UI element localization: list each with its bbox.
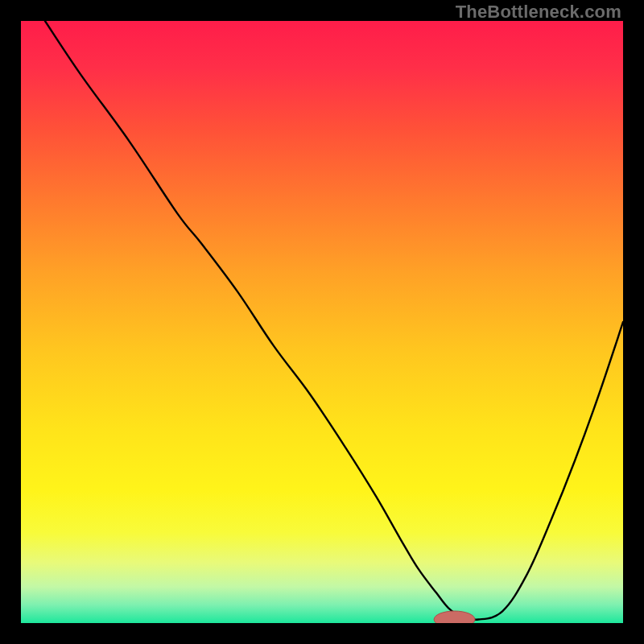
watermark-text: TheBottleneck.com: [456, 2, 621, 23]
bottleneck-chart: [21, 21, 623, 623]
chart-frame: TheBottleneck.com: [0, 0, 644, 644]
plot-area: [21, 21, 623, 623]
chart-background: [21, 21, 623, 623]
